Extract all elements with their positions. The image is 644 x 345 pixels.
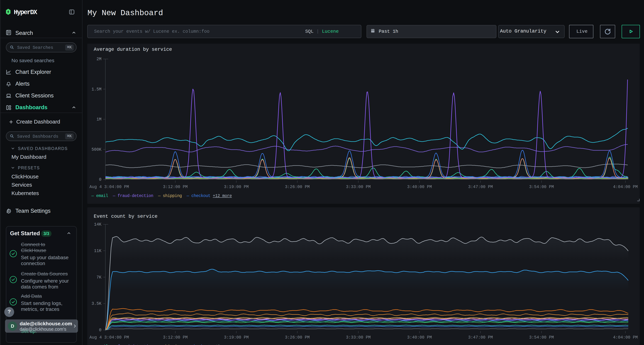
svg-text:3.5K: 3.5K <box>92 301 102 306</box>
svg-text:3:47:00 PM: 3:47:00 PM <box>468 185 493 189</box>
svg-text:11K: 11K <box>94 249 102 253</box>
svg-text:4:04:00 PM: 4:04:00 PM <box>613 335 638 340</box>
svg-text:Aug 4 3:04:00 PM: Aug 4 3:04:00 PM <box>90 185 129 189</box>
svg-text:3:19:00 PM: 3:19:00 PM <box>224 335 249 340</box>
svg-text:3:33:00 PM: 3:33:00 PM <box>346 335 371 340</box>
svg-text:3:19:00 PM: 3:19:00 PM <box>224 185 249 189</box>
svg-text:0: 0 <box>99 328 102 333</box>
svg-text:4:04:00 PM: 4:04:00 PM <box>613 185 638 189</box>
svg-text:Aug 4 3:04:00 PM: Aug 4 3:04:00 PM <box>90 335 129 340</box>
svg-text:1M: 1M <box>96 117 102 122</box>
svg-text:3:40:00 PM: 3:40:00 PM <box>407 185 432 189</box>
svg-text:1.5M: 1.5M <box>92 87 102 92</box>
svg-text:500K: 500K <box>92 147 102 152</box>
svg-text:7K: 7K <box>96 275 102 280</box>
svg-text:2M: 2M <box>96 57 102 61</box>
svg-text:3:54:00 PM: 3:54:00 PM <box>529 185 554 189</box>
svg-text:3:33:00 PM: 3:33:00 PM <box>346 185 371 189</box>
svg-text:3:47:00 PM: 3:47:00 PM <box>468 335 493 340</box>
svg-text:3:12:00 PM: 3:12:00 PM <box>163 185 188 189</box>
svg-text:3:54:00 PM: 3:54:00 PM <box>529 335 554 340</box>
svg-text:0: 0 <box>99 177 102 182</box>
svg-text:3:26:00 PM: 3:26:00 PM <box>285 335 310 340</box>
svg-text:3:26:00 PM: 3:26:00 PM <box>285 185 310 189</box>
svg-text:3:12:00 PM: 3:12:00 PM <box>163 335 188 340</box>
svg-text:3:40:00 PM: 3:40:00 PM <box>407 335 432 340</box>
svg-text:14K: 14K <box>94 222 102 227</box>
